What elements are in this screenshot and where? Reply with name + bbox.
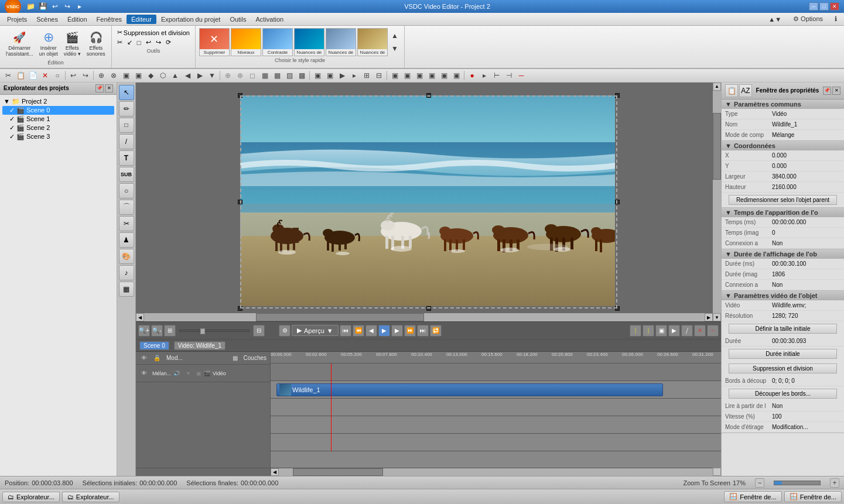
menu-fenetres[interactable]: Fenêtres [92,15,127,24]
menu-projets[interactable]: Projets [2,15,32,24]
taskbar-explorateur1[interactable]: 🗂 Explorateur... [2,492,60,502]
menu-editeur[interactable]: Éditeur [127,15,156,24]
tb-c2[interactable]: ⊕ [234,70,246,81]
handle-bl[interactable] [238,306,242,311]
tb-b4[interactable]: ▣ [132,70,144,81]
menu-scenes[interactable]: Scènes [32,15,63,24]
outils-btn3[interactable]: □ [135,39,143,47]
tb-b7[interactable]: ▲ [169,70,181,81]
preview-dropdown[interactable]: ▶ Aperçu ▼ [292,325,339,336]
menu-activation[interactable]: Activation [251,15,289,24]
tb-c7[interactable]: ▩ [296,70,307,81]
section-coords-header[interactable]: ▼ Coordonnées [722,141,844,150]
step-fwd-btn[interactable]: ⏩ [404,325,416,337]
tree-scene1[interactable]: ✓ 🎬 Scene 1 [2,115,114,124]
effets-sonores-btn[interactable]: 🎧 Effetssonores [84,28,108,59]
tb-e2[interactable]: ▣ [401,70,413,81]
playhead[interactable] [331,364,332,451]
effets-video-btn[interactable]: 🎬 Effetsvidéo ▾ [61,28,83,59]
tl-eye[interactable]: 👁 [138,352,150,364]
menu-options[interactable]: ⚙ Options [788,14,828,24]
style-nuances3[interactable]: Nuances de [357,28,388,56]
cut-btn[interactable]: ✕ [694,325,706,337]
styles-up[interactable]: ▲ [389,30,401,42]
remove-btn[interactable]: ─ [707,325,719,337]
track-eye[interactable]: 👁 [138,368,150,379]
zoom-slider[interactable] [179,330,250,332]
canvas-vscroll[interactable]: ▲ ▼ [713,83,721,321]
style-niveaux[interactable]: Niveaux [231,28,261,56]
crop-btn[interactable]: Découper les bords... [729,389,837,399]
tb-circle[interactable]: ○ [52,70,63,81]
canvas-hscroll[interactable]: ◀ ▶ [136,313,713,321]
handle-br[interactable] [615,306,620,311]
inserer-btn[interactable]: ⊕ Insérerun objet [37,28,60,59]
tb-b10[interactable]: ▼ [206,70,218,81]
handle-tm[interactable] [426,93,431,98]
maximize-button[interactable]: □ [819,2,829,11]
tool-line[interactable]: / [119,134,134,149]
tb-f5[interactable]: ─ [515,70,527,81]
tl-lock[interactable]: 🔒 [151,352,163,364]
tree-scene0[interactable]: ✓ 🎬 Scene 0 [2,106,114,115]
tool-shape[interactable]: □ [119,118,134,133]
tool-music[interactable]: ♪ [119,265,134,280]
tb-b6[interactable]: ⬡ [157,70,169,81]
handle-tl[interactable] [238,93,242,98]
tb-e3[interactable]: ▣ [414,70,425,81]
tl-scroll-left-btn[interactable]: ◀ [271,468,279,476]
outils-btn1[interactable]: ✂ [115,38,124,47]
play-btn[interactable]: ▶ [378,325,390,337]
tool-curve[interactable]: ⌒ [119,200,134,215]
suppression-division-btn[interactable]: ✂ Suppression et division [115,28,192,37]
tb-d5[interactable]: ⊞ [361,70,373,81]
tool-grid[interactable]: ▦ [119,282,134,297]
settings-btn[interactable]: ⚙ [279,325,291,337]
tb-c6[interactable]: ▧ [283,70,295,81]
suppression-division-props-btn[interactable]: Suppression et division [729,364,837,373]
zoom-level-btn[interactable]: ⊟ [253,325,265,337]
tb-delete[interactable]: ✕ [39,70,51,81]
marker4-btn[interactable]: ▶ [668,325,680,337]
tb-cut[interactable]: ✂ [2,70,14,81]
tool-chess[interactable]: ♟ [119,232,134,248]
tl-scroll-right[interactable]: ▶ ◀ [271,468,721,476]
taskbar-fenetre2[interactable]: 🪟 Fenêtre de... [784,491,842,502]
close-button[interactable]: ✕ [830,2,839,11]
go-end-btn[interactable]: ⏭ [417,325,429,337]
tb-c3[interactable]: ◻ [247,70,258,81]
tb-c4[interactable]: ▦ [259,70,271,81]
loop-btn[interactable]: 🔁 [430,325,442,337]
tb-copy[interactable]: 📋 [15,70,26,81]
menu-exportation[interactable]: Exportation du projet [156,15,225,24]
tool-text[interactable]: T [119,150,134,166]
menu-info[interactable]: ℹ [830,14,842,24]
quick-access-btn[interactable]: 📁 [25,1,36,12]
timeline-tab-video[interactable]: Vidéo: Wildlife_1 [174,341,225,350]
taskbar-explorateur2[interactable]: 🗂 Explorateur... [62,492,119,502]
tool-scissors[interactable]: ✂ [119,216,134,231]
set-initial-size-btn[interactable]: Définir la taille initiale [729,324,837,334]
tb-d2[interactable]: ▣ [324,70,336,81]
demarrer-btn[interactable]: 🚀 Démarrerl'assistant... [4,28,36,59]
outils-btn6[interactable]: ⟳ [164,38,173,47]
tb-paste[interactable]: 📄 [27,70,39,81]
section-communs-header[interactable]: ▼ Paramètres communs [722,100,844,109]
handle-bm[interactable] [426,306,431,311]
tb-b3[interactable]: ▣ [120,70,132,81]
tb-d6[interactable]: ⊟ [373,70,385,81]
tool-select[interactable]: ↖ [119,85,134,100]
outils-btn5[interactable]: ↪ [154,38,163,47]
props-icon2[interactable]: AZ [739,84,752,97]
quick-access-btn5[interactable]: ▸ [74,1,86,12]
tree-scene3[interactable]: ✓ 🎬 Scene 3 [2,132,114,141]
tb-c5[interactable]: ▦ [271,70,283,81]
handle-ml[interactable] [238,200,242,204]
project-explorer-pin[interactable]: 📌 [95,84,104,92]
quick-access-btn2[interactable]: 💾 [37,1,49,12]
tool-paint[interactable]: 🎨 [119,249,134,264]
section-temps-header[interactable]: ▼ Temps de l'apparition de l'o [722,208,844,217]
props-pin[interactable]: 📌 [823,87,831,95]
tb-f4[interactable]: ⊣ [503,70,515,81]
zoom-out-btn[interactable]: 🔍- [151,325,163,337]
